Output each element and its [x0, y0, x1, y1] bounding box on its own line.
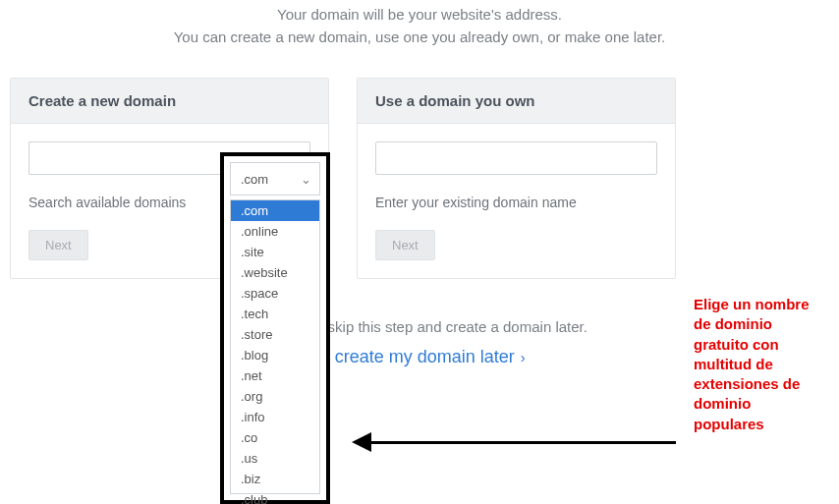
- tld-option[interactable]: .club: [231, 489, 319, 504]
- tld-option[interactable]: .site: [231, 242, 319, 262]
- own-input-row: [375, 141, 657, 175]
- header-line-2: You can create a new domain, use one you…: [0, 27, 839, 49]
- tld-option[interactable]: .net: [231, 365, 319, 386]
- chevron-right-icon: ›: [521, 349, 526, 365]
- tld-option[interactable]: .org: [231, 386, 319, 407]
- tld-option[interactable]: .biz: [231, 469, 319, 489]
- create-card-title: Create a new domain: [11, 79, 328, 124]
- create-later-link[interactable]: I'll create my domain later ›: [313, 347, 526, 367]
- cards-row: Create a new domain .com ⌄ Search availa…: [0, 48, 839, 279]
- tld-dropdown-selected-label: .com: [241, 172, 268, 187]
- header-line-1: Your domain will be your website's addre…: [0, 4, 839, 27]
- later-link-label: I'll create my domain later: [313, 347, 515, 367]
- annotation-text: Elige un nombre de dominio gratuito con …: [694, 295, 821, 434]
- domain-search-input[interactable]: [28, 141, 224, 175]
- arrow-line: [369, 441, 676, 444]
- tld-option[interactable]: .store: [231, 324, 319, 345]
- tld-option[interactable]: .online: [231, 221, 319, 242]
- tld-option[interactable]: .com: [231, 200, 319, 221]
- tld-option[interactable]: .tech: [231, 304, 319, 324]
- own-card-body: Enter your existing domain name Next: [358, 124, 675, 278]
- tld-dropdown-selected[interactable]: .com ⌄: [230, 162, 320, 196]
- own-card-title: Use a domain you own: [358, 79, 675, 124]
- tld-dropdown-list: .com.online.site.website.space.tech.stor…: [230, 199, 320, 494]
- own-helper-text: Enter your existing domain name: [375, 195, 657, 210]
- own-next-button[interactable]: Next: [375, 230, 435, 260]
- tld-option[interactable]: .website: [231, 262, 319, 283]
- existing-domain-input[interactable]: [375, 141, 657, 175]
- tld-dropdown-open: .com ⌄ .com.online.site.website.space.te…: [220, 152, 330, 504]
- create-next-button[interactable]: Next: [28, 230, 88, 260]
- chevron-down-icon: ⌄: [301, 172, 311, 187]
- header-block: Your domain will be your website's addre…: [0, 0, 839, 48]
- tld-option[interactable]: .space: [231, 283, 319, 304]
- tld-option[interactable]: .us: [231, 448, 319, 469]
- tld-option[interactable]: .info: [231, 407, 319, 427]
- arrow-head-icon: [352, 432, 371, 452]
- tld-option[interactable]: .co: [231, 427, 319, 448]
- own-domain-card: Use a domain you own Enter your existing…: [357, 78, 676, 279]
- annotation-arrow: [352, 432, 676, 452]
- tld-option[interactable]: .blog: [231, 345, 319, 365]
